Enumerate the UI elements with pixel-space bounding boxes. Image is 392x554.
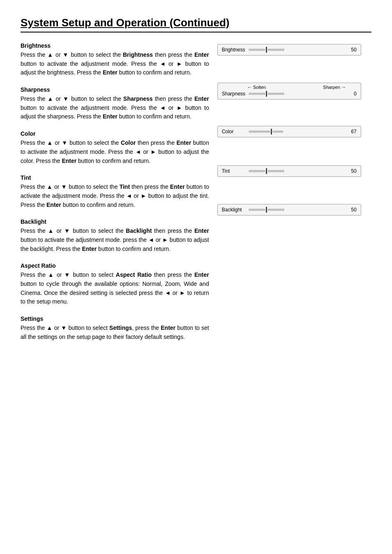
brightness-value: 50	[348, 47, 357, 53]
brightness-slider-track	[249, 47, 346, 52]
color-slider-track	[249, 129, 346, 134]
tint-value: 50	[348, 168, 357, 174]
backlight-slider-track	[249, 207, 346, 212]
sharpness-slider-box: ← Solten Sharpen → Sharpness	[217, 83, 361, 100]
section-tint: Tint Press the ▲ or ▼ button to select t…	[21, 174, 209, 209]
color-slider-label: Color	[222, 129, 247, 134]
section-title-sharpness: Sharpness	[21, 86, 209, 93]
section-sharpness: Sharpness Press the ▲ or ▼ button to sel…	[21, 86, 209, 121]
section-body-tint: Press the ▲ or ▼ button to select the Ti…	[21, 183, 209, 209]
color-value: 67	[348, 129, 357, 134]
tint-slider-track	[249, 169, 346, 174]
section-title-brightness: Brightness	[21, 42, 209, 49]
section-body-backlight: Press the ▲ or ▼ button to select the Ba…	[21, 227, 209, 253]
section-title-tint: Tint	[21, 174, 209, 181]
backlight-slider-label: Backlight	[222, 207, 247, 213]
sharpness-solten-label: ← Solten	[247, 85, 266, 90]
section-aspect-ratio: Aspect Ratio Press the ▲ or ▼ button to …	[21, 262, 209, 306]
section-body-color: Press the ▲ or ▼ button to select the Co…	[21, 139, 209, 165]
section-title-color: Color	[21, 130, 209, 137]
sharpness-sharpen-label: Sharpen →	[323, 85, 346, 90]
backlight-value: 50	[348, 207, 357, 213]
section-settings: Settings Press the ▲ or ▼ button to sele…	[21, 315, 209, 341]
section-title-settings: Settings	[21, 315, 209, 322]
section-backlight: Backlight Press the ▲ or ▼ button to sel…	[21, 218, 209, 253]
sharpness-slider-track	[249, 91, 346, 96]
tint-slider-box: Tint	[217, 165, 361, 177]
right-column: Brightness	[217, 42, 371, 350]
section-title-aspect-ratio: Aspect Ratio	[21, 262, 209, 269]
sharpness-slider-label: Sharpness	[222, 91, 247, 97]
section-title-backlight: Backlight	[21, 218, 209, 225]
section-body-sharpness: Press the ▲ or ▼ button to select the Sh…	[21, 95, 209, 121]
section-body-brightness: Press the ▲ or ▼ button to select the Br…	[21, 51, 209, 77]
left-column: Brightness Press the ▲ or ▼ button to se…	[21, 42, 209, 350]
section-color: Color Press the ▲ or ▼ button to select …	[21, 130, 209, 165]
section-brightness: Brightness Press the ▲ or ▼ button to se…	[21, 42, 209, 77]
brightness-slider-label: Brightness	[222, 47, 247, 53]
brightness-slider-box: Brightness	[217, 44, 361, 56]
page-title: System Setup and Operation (Continued)	[21, 16, 371, 32]
color-slider-box: Color	[217, 126, 361, 137]
backlight-slider-box: Backlight	[217, 204, 361, 216]
section-body-settings: Press the ▲ or ▼ button to select Settin…	[21, 324, 209, 341]
tint-slider-label: Tint	[222, 168, 247, 174]
sharpness-value: 0	[348, 91, 357, 97]
section-body-aspect-ratio: Press the ▲ or ▼ button to select Aspect…	[21, 271, 209, 306]
